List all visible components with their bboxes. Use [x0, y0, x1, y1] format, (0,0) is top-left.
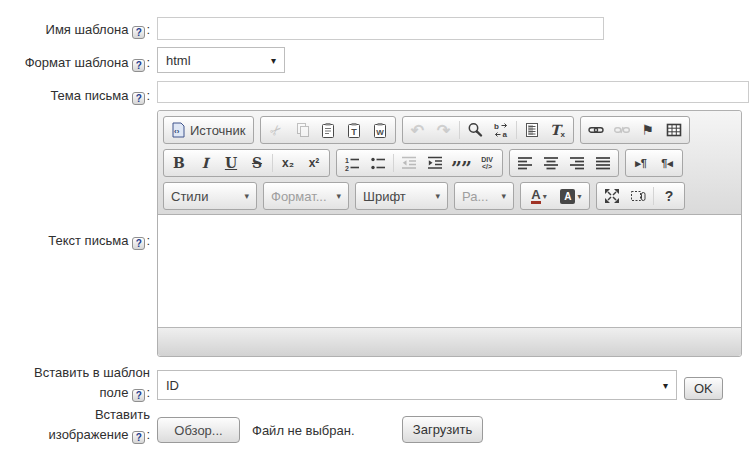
- template-format-select[interactable]: html ▾: [157, 47, 285, 73]
- bulleted-list-button[interactable]: [365, 151, 391, 175]
- about-button[interactable]: ?: [656, 184, 682, 208]
- label-text: Тема письма: [50, 88, 128, 103]
- size-combo[interactable]: Ра... ▾: [454, 182, 514, 210]
- paste-word-icon: W: [372, 122, 388, 138]
- redo-icon: ↷: [437, 121, 450, 140]
- replace-icon: ba: [493, 122, 509, 138]
- help-icon[interactable]: ?: [132, 237, 145, 250]
- body-label: Текст письма?:: [0, 231, 150, 251]
- label-colon: :: [146, 88, 150, 103]
- redo-button[interactable]: ↷: [431, 118, 457, 142]
- subscript-button[interactable]: x₂: [275, 151, 301, 175]
- format-combo-label: Формат...: [271, 189, 327, 204]
- text-color-button[interactable]: A ▾: [523, 184, 555, 208]
- svg-text:‹›: ‹›: [174, 127, 180, 136]
- bidi-rtl-icon: ¶◂: [661, 157, 673, 170]
- svg-text:2: 2: [345, 165, 349, 172]
- font-combo[interactable]: Шрифт ▾: [355, 182, 448, 210]
- question-mark-icon: ?: [665, 188, 674, 204]
- label-colon: :: [146, 385, 150, 400]
- label-colon: :: [146, 22, 150, 37]
- bold-button[interactable]: B: [166, 151, 192, 175]
- label-text: поле: [100, 385, 129, 400]
- italic-button[interactable]: I: [192, 151, 218, 175]
- align-left-button[interactable]: [512, 151, 538, 175]
- template-name-label: Имя шаблона?:: [0, 20, 150, 40]
- select-all-button[interactable]: [519, 118, 545, 142]
- superscript-button[interactable]: x²: [301, 151, 327, 175]
- outdent-button[interactable]: [396, 151, 422, 175]
- toolbar-separator: [653, 187, 654, 205]
- maximize-button[interactable]: [599, 184, 625, 208]
- selected-value: html: [166, 53, 191, 68]
- div-container-icon: DIV</>: [481, 156, 493, 170]
- source-button[interactable]: ‹› Источник: [166, 118, 251, 142]
- toolbar-group: ▸¶ ¶◂: [625, 149, 683, 177]
- unlink-button[interactable]: [609, 118, 635, 142]
- paste-icon: [320, 122, 336, 138]
- strikethrough-button[interactable]: S: [244, 151, 270, 175]
- ok-button[interactable]: OK: [684, 377, 723, 400]
- remove-format-button[interactable]: Tx: [545, 118, 571, 142]
- browse-button[interactable]: Обзор...: [157, 417, 240, 443]
- undo-button[interactable]: ↶: [405, 118, 431, 142]
- copy-button[interactable]: [289, 118, 315, 142]
- indent-icon: [427, 155, 443, 171]
- svg-text:W: W: [376, 128, 384, 137]
- insert-field-select[interactable]: ID ▾: [157, 370, 677, 400]
- superscript-icon: x²: [309, 156, 320, 170]
- align-right-button[interactable]: [564, 151, 590, 175]
- toolbar-row-1: ‹› Источник ✂ T W ↶: [163, 116, 736, 144]
- bidi-rtl-button[interactable]: ¶◂: [654, 151, 680, 175]
- link-button[interactable]: [583, 118, 609, 142]
- justify-button[interactable]: [590, 151, 616, 175]
- anchor-button[interactable]: ⚑: [635, 118, 661, 142]
- toolbar-group: ↶ ↷ ba Tx: [402, 116, 574, 144]
- underline-icon: U: [225, 155, 237, 171]
- blockquote-icon: ””: [451, 156, 471, 171]
- italic-icon: I: [202, 155, 209, 171]
- insert-image-label: Вставить изображение?:: [0, 405, 150, 445]
- paste-word-button[interactable]: W: [367, 118, 393, 142]
- indent-button[interactable]: [422, 151, 448, 175]
- insert-field-label: Вставить в шаблон поле?:: [0, 363, 150, 403]
- help-icon[interactable]: ?: [132, 59, 145, 72]
- numbered-list-button[interactable]: 12: [339, 151, 365, 175]
- upload-button[interactable]: Загрузить: [402, 416, 483, 443]
- help-icon[interactable]: ?: [132, 431, 145, 444]
- align-center-button[interactable]: [538, 151, 564, 175]
- help-icon[interactable]: ?: [132, 26, 145, 39]
- show-blocks-button[interactable]: [625, 184, 651, 208]
- cut-button[interactable]: ✂: [263, 118, 289, 142]
- help-icon[interactable]: ?: [132, 389, 145, 402]
- paste-text-button[interactable]: T: [341, 118, 367, 142]
- editor-content[interactable]: [158, 215, 741, 327]
- chevron-down-icon: ▾: [238, 191, 249, 201]
- table-button[interactable]: [661, 118, 687, 142]
- bidi-ltr-button[interactable]: ▸¶: [628, 151, 654, 175]
- unlink-icon: [614, 122, 630, 138]
- svg-text:b: b: [494, 122, 499, 131]
- svg-text:a: a: [502, 130, 507, 138]
- numbered-list-icon: 12: [344, 155, 360, 171]
- bg-color-button[interactable]: A ▾: [555, 184, 587, 208]
- find-button[interactable]: [462, 118, 488, 142]
- copy-icon: [294, 122, 310, 138]
- styles-combo-label: Стили: [171, 189, 208, 204]
- underline-button[interactable]: U: [218, 151, 244, 175]
- template-name-input[interactable]: [157, 17, 604, 40]
- toolbar-group: ?: [596, 182, 685, 210]
- format-combo[interactable]: Формат... ▾: [263, 182, 349, 210]
- chevron-down-icon: ▾: [495, 191, 506, 201]
- link-icon: [588, 122, 604, 138]
- replace-button[interactable]: ba: [488, 118, 514, 142]
- blockquote-button[interactable]: ””: [448, 151, 474, 175]
- div-container-button[interactable]: DIV</>: [474, 151, 500, 175]
- toolbar-group: A ▾ A ▾: [520, 182, 590, 210]
- subject-input[interactable]: [157, 81, 749, 103]
- toolbar-row-2: B I U S x₂ x² 12: [163, 149, 736, 177]
- paste-button[interactable]: [315, 118, 341, 142]
- text-color-icon: A: [531, 188, 540, 204]
- styles-combo[interactable]: Стили ▾: [163, 182, 257, 210]
- help-icon[interactable]: ?: [132, 92, 145, 105]
